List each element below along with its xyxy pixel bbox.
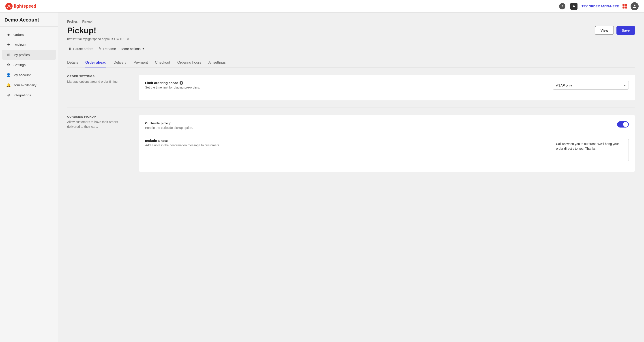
page-header: Pickup! View Save [67,26,635,36]
sidebar-item-item-availability-label: Item availability [14,83,36,87]
logo-text: lightspeed [14,4,36,9]
curbside-toggle-label: Curbside pickup Enable the curbside pick… [145,121,193,130]
tab-all-settings[interactable]: All settings [208,58,226,68]
curbside-note-inner: Include a note Add a note in the confirm… [145,139,629,161]
main-content: Profiles › Pickup! Pickup! View Save htt… [58,13,644,342]
curbside-desc: Allow customers to have their orders del… [67,120,130,129]
section-divider-1 [67,108,635,108]
limit-ordering-label: Limit ordering ahead i Set the time limi… [145,81,200,89]
avatar-button[interactable]: A [570,2,578,10]
pause-icon: ⏸ [68,47,72,51]
copy-icon[interactable]: ⧉ [127,38,129,41]
save-button[interactable]: Save [616,26,635,35]
order-settings-content: Limit ordering ahead i Set the time limi… [139,75,635,100]
curbside-pickup-section: CURBSIDE PICKUP Allow customers to have … [67,115,635,172]
page-url: https://trial.mylightspeed.app/UTSCWTUE … [67,37,635,41]
curbside-title: CURBSIDE PICKUP [67,115,130,118]
curbside-content: Curbside pickup Enable the curbside pick… [139,115,635,172]
rename-icon: ✎ [98,47,102,51]
pause-orders-label: Pause orders [73,47,93,51]
sidebar-item-settings[interactable]: ⚙ Settings [2,60,56,70]
curbside-toggle-title: Curbside pickup [145,121,193,125]
integrations-icon: ⊛ [6,93,11,97]
toggle-slider [617,121,629,128]
page-title: Pickup! [67,26,96,36]
settings-icon: ⚙ [6,63,11,67]
curbside-note-label: Include a note Add a note in the confirm… [145,139,220,147]
url-text: https://trial.mylightspeed.app/UTSCWTUE [67,37,126,41]
order-settings-desc: Manage options around order timing. [67,79,130,84]
more-actions-button[interactable]: More actions ▾ [120,45,145,52]
order-settings-row: ORDER SETTINGS Manage options around ord… [67,75,635,100]
curbside-note-desc: Add a note in the confirmation message t… [145,143,220,147]
sidebar: Demo Account ◈ Orders ★ Reviews ⊞ My pro… [0,13,58,342]
sidebar-item-settings-label: Settings [14,63,26,67]
my-account-icon: 👤 [6,73,11,77]
avatar-icon: A [570,3,578,10]
orders-icon: ◈ [6,33,11,37]
curbside-toggle-desc: Enable the curbside pickup option. [145,126,193,130]
tab-checkout[interactable]: Checkout [155,58,170,68]
limit-info-icon[interactable]: i [180,81,183,85]
header-actions: View Save [595,26,635,35]
curbside-toggle-row: Curbside pickup Enable the curbside pick… [145,121,629,134]
rename-label: Rename [103,47,116,51]
logo[interactable]: lightspeed [5,3,36,10]
curbside-note-title: Include a note [145,139,220,143]
curbside-pickup-row: CURBSIDE PICKUP Allow customers to have … [67,115,635,172]
tab-delivery[interactable]: Delivery [114,58,126,68]
order-settings-title: ORDER SETTINGS [67,75,130,78]
more-actions-label: More actions [121,47,140,51]
topbar-actions: ? A TRY ORDER ANYWHERE [558,2,639,10]
curbside-note-row: Include a note Add a note in the confirm… [145,134,629,166]
reviews-icon: ★ [6,43,11,47]
curbside-card: Curbside pickup Enable the curbside pick… [139,115,635,172]
tab-order-ahead[interactable]: Order ahead [85,58,106,68]
limit-ordering-row: Limit ordering ahead i Set the time limi… [145,81,629,94]
sidebar-item-reviews-label: Reviews [14,43,26,47]
account-name: Demo Account [4,17,54,23]
sidebar-item-reviews[interactable]: ★ Reviews [2,40,56,50]
sidebar-item-integrations[interactable]: ⊛ Integrations [2,90,56,100]
sidebar-item-orders-label: Orders [14,33,24,37]
sidebar-item-my-profiles[interactable]: ⊞ My profiles [2,50,56,60]
user-avatar-button[interactable] [630,2,639,10]
my-profiles-icon: ⊞ [6,53,11,57]
tab-payment[interactable]: Payment [134,58,148,68]
pause-orders-button[interactable]: ⏸ Pause orders [67,46,94,52]
breadcrumb: Profiles › Pickup! [67,20,635,23]
rename-button[interactable]: ✎ Rename [98,45,117,52]
order-settings-section: ORDER SETTINGS Manage options around ord… [67,75,635,100]
topbar: lightspeed ? A TRY ORDER ANYWHERE [0,0,644,13]
tabs: Details Order ahead Delivery Payment Che… [67,58,635,68]
tab-ordering-hours[interactable]: Ordering hours [177,58,201,68]
user-icon [632,4,636,8]
sidebar-item-my-account[interactable]: 👤 My account [2,70,56,80]
sidebar-item-orders[interactable]: ◈ Orders [2,30,56,40]
logo-icon [5,3,12,10]
tab-details[interactable]: Details [67,58,78,68]
breadcrumb-separator: › [80,20,80,23]
order-settings-label-col: ORDER SETTINGS Manage options around ord… [67,75,130,100]
try-order-link[interactable]: TRY ORDER ANYWHERE [582,5,619,8]
chevron-down-icon: ▾ [142,47,144,51]
sidebar-item-my-profiles-label: My profiles [14,53,30,57]
apps-grid-icon[interactable] [622,4,627,9]
sidebar-item-integrations-label: Integrations [14,93,31,97]
limit-ordering-desc: Set the time limit for placing pre-order… [145,86,200,89]
limit-ordering-select-wrap: ASAP only1 hour ahead2 hours ahead4 hour… [553,81,629,90]
curbside-note-textarea[interactable] [553,139,629,161]
limit-ordering-inner: Limit ordering ahead i Set the time limi… [145,81,629,90]
limit-ordering-select[interactable]: ASAP only1 hour ahead2 hours ahead4 hour… [553,81,629,90]
order-settings-card: Limit ordering ahead i Set the time limi… [139,75,635,100]
breadcrumb-current: Pickup! [82,20,92,23]
curbside-toggle[interactable] [617,121,629,128]
svg-point-0 [5,3,12,10]
sidebar-item-item-availability[interactable]: 🔔 Item availability [2,80,56,90]
breadcrumb-profiles[interactable]: Profiles [67,20,78,23]
curbside-label-col: CURBSIDE PICKUP Allow customers to have … [67,115,130,172]
curbside-toggle-inner: Curbside pickup Enable the curbside pick… [145,121,629,130]
help-button[interactable]: ? [558,2,566,10]
view-button[interactable]: View [595,26,614,35]
limit-ordering-title: Limit ordering ahead i [145,81,200,85]
